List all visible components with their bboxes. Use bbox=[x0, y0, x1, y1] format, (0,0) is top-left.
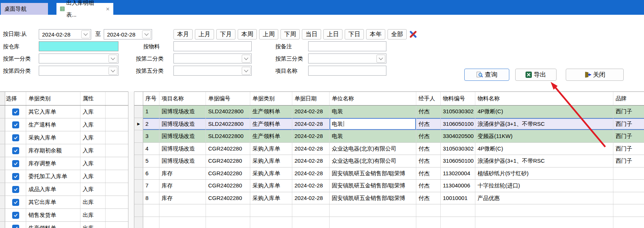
column-header-select[interactable]: 选择 bbox=[5, 92, 26, 105]
select-cell[interactable] bbox=[5, 157, 26, 170]
close-icon[interactable]: × bbox=[106, 6, 110, 12]
doc-type-row[interactable]: 生产领料单 出库 bbox=[0, 222, 128, 228]
table-row[interactable]: 6 库存 CGR2402280 采购入库单 2024-02-28 固安镇凯研五金… bbox=[134, 167, 644, 180]
select-cell[interactable] bbox=[5, 118, 26, 131]
doc-type-row[interactable]: 成品入库单 入库 bbox=[0, 183, 128, 196]
unit-edit-cell[interactable] bbox=[330, 204, 416, 217]
doc-type-row[interactable]: 委托加工入库单 入库 bbox=[0, 170, 128, 183]
select-cell[interactable] bbox=[5, 170, 26, 183]
table-row[interactable] bbox=[134, 204, 644, 217]
quick-range-button[interactable]: 本年 bbox=[366, 29, 385, 39]
category1-select[interactable] bbox=[39, 53, 118, 63]
select-cell[interactable] bbox=[5, 222, 26, 228]
quick-range-button[interactable]: 下月 bbox=[216, 29, 235, 39]
tab-inout-detail-report[interactable]: 出入库明细表... × bbox=[56, 3, 113, 15]
quick-range-button[interactable]: 下周 bbox=[280, 29, 300, 39]
quick-range-button[interactable]: 下日 bbox=[345, 29, 364, 39]
doc-type-attr: 入库 bbox=[83, 173, 94, 179]
table-row[interactable]: 2 国博现场改造 SLD24022800 生产领料单 2024-02-28 电装… bbox=[134, 118, 644, 131]
select-cell[interactable] bbox=[5, 183, 26, 196]
export-button[interactable]: 导出 bbox=[515, 69, 557, 81]
doc-type-row[interactable]: 销售发货单 出库 bbox=[0, 209, 128, 222]
unit-edit-cell[interactable]: 电装 bbox=[330, 130, 416, 142]
category2-select[interactable] bbox=[173, 53, 252, 63]
doc-type-row[interactable]: 生产退料单 入库 bbox=[0, 118, 128, 131]
select-cell[interactable] bbox=[5, 106, 26, 118]
category3-select[interactable] bbox=[308, 53, 386, 63]
close-button[interactable]: 关闭 bbox=[566, 69, 624, 81]
quick-range-button[interactable]: 本周 bbox=[238, 29, 257, 39]
unit-edit-cell[interactable]: 固安镇凯研五金销售部/聪荣博 bbox=[330, 192, 416, 204]
table-row[interactable]: 3 国博现场改造 SLD24022800 生产领料单 2024-02-28 电装… bbox=[134, 130, 644, 143]
column-header-brand[interactable]: 品牌 bbox=[613, 92, 644, 105]
column-header-handler[interactable]: 经手人 bbox=[416, 92, 441, 105]
quick-range-button[interactable]: 当日 bbox=[302, 29, 321, 39]
checkbox-checked-icon[interactable] bbox=[12, 199, 19, 206]
table-row[interactable]: 7 库存 CGR2402280 采购入库单 2024-02-28 固安镇凯研五金… bbox=[134, 180, 644, 192]
unit-edit-cell[interactable]: 固安镇凯研五金销售部/聪荣博 bbox=[330, 167, 416, 180]
quick-range-button[interactable]: 上日 bbox=[323, 29, 342, 39]
checkbox-checked-icon[interactable] bbox=[12, 212, 19, 219]
date-from-picker[interactable]: 2024-02-28 bbox=[39, 29, 91, 39]
column-header-no[interactable]: 序号 bbox=[143, 92, 159, 105]
row-indicator bbox=[134, 167, 143, 180]
table-row[interactable]: 4 国博现场改造 CGR2402280 采购入库单 2024-02-28 众业达… bbox=[134, 143, 644, 155]
checkbox-checked-icon[interactable] bbox=[12, 225, 19, 228]
column-header-date[interactable]: 单据日期 bbox=[292, 92, 330, 105]
table-row[interactable]: 8 库存 CGR2402280 采购入库单 2024-02-28 固安镇凯研五金… bbox=[134, 192, 644, 205]
checkbox-checked-icon[interactable] bbox=[12, 147, 19, 154]
vertical-scrollbar[interactable] bbox=[128, 91, 134, 228]
checkbox-checked-icon[interactable] bbox=[12, 160, 19, 167]
quick-range-button[interactable]: 本月 bbox=[173, 29, 193, 39]
date-to-picker[interactable]: 2024-02-28 bbox=[104, 29, 152, 39]
column-header-doc-no[interactable]: 单据编号 bbox=[206, 92, 250, 105]
chevron-down-icon bbox=[109, 67, 117, 75]
select-cell[interactable] bbox=[5, 196, 26, 208]
clear-filter-button[interactable] bbox=[407, 29, 419, 40]
column-header-project[interactable]: 项目名称 bbox=[159, 92, 206, 105]
doc-type-row[interactable]: 其它入库单 入库 bbox=[0, 106, 128, 118]
unit-edit-cell[interactable] bbox=[330, 217, 416, 228]
doc-type-row[interactable]: 其它出库单 出库 bbox=[0, 196, 128, 209]
checkbox-checked-icon[interactable] bbox=[12, 134, 19, 141]
material-input[interactable] bbox=[173, 41, 252, 51]
cell-item-name: 浪涌保护器(3+1、不带RSC bbox=[478, 158, 545, 164]
checkbox-checked-icon[interactable] bbox=[12, 186, 19, 193]
quick-range-button[interactable]: 全部 bbox=[388, 29, 407, 39]
doc-type-row[interactable]: 采购入库单 入库 bbox=[0, 131, 128, 144]
select-cell[interactable] bbox=[5, 144, 26, 157]
unit-edit-cell[interactable]: 电装 bbox=[330, 106, 416, 118]
tab-desktop-nav[interactable]: 桌面导航 bbox=[1, 3, 48, 15]
query-button[interactable]: 查询 bbox=[464, 69, 509, 81]
column-header-doc-type[interactable]: 单据类别 bbox=[26, 92, 80, 105]
category5-select[interactable] bbox=[173, 66, 252, 76]
project-name-input[interactable] bbox=[308, 66, 386, 76]
column-header-item-no[interactable]: 物料编号 bbox=[441, 92, 475, 105]
unit-edit-cell[interactable]: 众业达电器(北京)有限公司 bbox=[330, 155, 416, 167]
checkbox-checked-icon[interactable] bbox=[12, 121, 19, 128]
table-row[interactable]: 5 国博现场改造 CGR2402280 采购入库单 2024-02-28 众业达… bbox=[134, 155, 644, 167]
column-header-doc-type[interactable]: 单据类别 bbox=[250, 92, 292, 105]
quick-range-button[interactable]: 上周 bbox=[259, 29, 278, 39]
doc-type-attr: 出库 bbox=[83, 212, 94, 218]
column-header-item-name[interactable]: 物料名称 bbox=[475, 92, 613, 105]
column-header-unit[interactable]: 单位名称 bbox=[330, 92, 416, 105]
table-row[interactable] bbox=[134, 217, 644, 228]
select-cell[interactable] bbox=[5, 131, 26, 144]
select-cell[interactable] bbox=[5, 209, 26, 221]
doc-type-name: 采购入库单 bbox=[28, 134, 56, 141]
remark-input[interactable] bbox=[308, 41, 386, 51]
unit-edit-cell[interactable]: 固安镇凯研五金销售部/聪荣博 bbox=[330, 180, 416, 192]
warehouse-input[interactable] bbox=[39, 41, 118, 51]
quick-range-button[interactable]: 上月 bbox=[195, 29, 214, 39]
checkbox-checked-icon[interactable] bbox=[12, 173, 19, 180]
table-row[interactable]: 1 国博现场改造 SLD24022800 生产领料单 2024-02-28 电装… bbox=[134, 106, 644, 118]
row-indicator bbox=[134, 204, 143, 217]
checkbox-checked-icon[interactable] bbox=[12, 108, 19, 115]
unit-edit-cell[interactable]: 电装 bbox=[330, 118, 416, 130]
column-header-attr[interactable]: 属性 bbox=[80, 92, 106, 105]
doc-type-row[interactable]: 库存期初余额 入库 bbox=[0, 144, 128, 157]
doc-type-row[interactable]: 库存调整单 入库 bbox=[0, 157, 128, 170]
category4-select[interactable] bbox=[39, 66, 118, 76]
unit-edit-cell[interactable]: 众业达电器(北京)有限公司 bbox=[330, 143, 416, 155]
